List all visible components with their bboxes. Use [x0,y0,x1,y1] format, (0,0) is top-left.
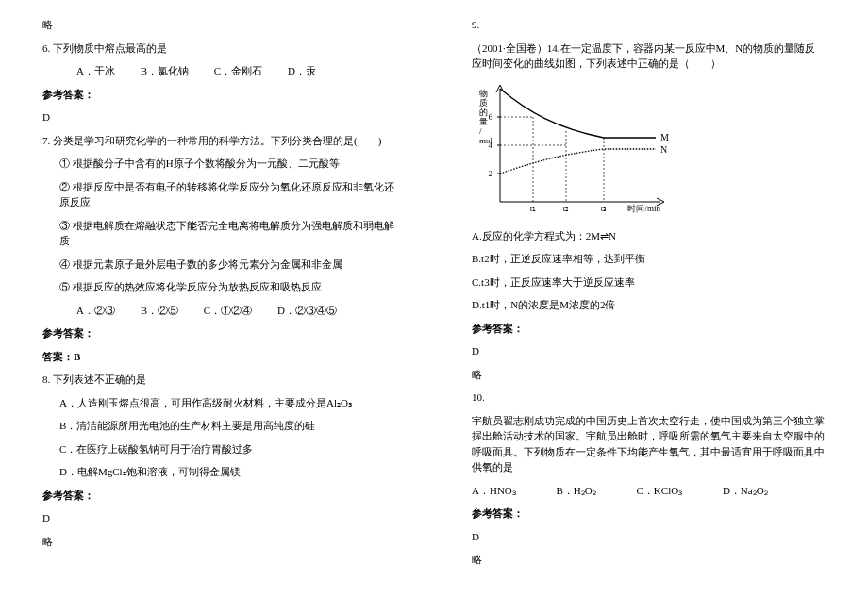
q7-opt-d: D．②③④⑤ [277,303,337,319]
q8-opt-a: A．人造刚玉熔点很高，可用作高级耐火材料，主要成分是Al₂O₃ [42,395,396,411]
ytick-2: 2 [489,169,493,178]
ylab-4: 量 [479,117,488,126]
legend-m: M [660,132,669,142]
q6-opt-a: A．干冰 [76,63,115,79]
q6-opt-d: D．汞 [288,63,316,79]
q8-stem: 8. 下列表述不正确的是 [42,372,396,388]
left-column: 略 6. 下列物质中熔点最高的是 A．干冰 B．氯化钠 C．金刚石 D．汞 参考… [28,9,434,605]
q7-answer: 答案：B [42,349,396,365]
legend-n: N [660,144,667,155]
q10-opt-c: C．KClO₃ [637,483,683,499]
q6-opt-c: C．金刚石 [214,63,262,79]
q8-opt-c: C．在医疗上碳酸氢钠可用于治疗胃酸过多 [42,441,396,457]
q9-number: 9. [472,17,826,33]
xtick-t2: t₂ [563,204,570,213]
ylab-5: / [479,126,482,136]
prev-brief: 略 [42,17,396,33]
q10-answer: D [472,529,826,545]
q9-opt-b: B.t2时，正逆反应速率相等，达到平衡 [472,251,826,267]
q9-chart: 2 4 6 t₁ t₂ t₃ 时间/min 物 质 的 量 / mol M [472,79,679,221]
q8-answer: D [42,510,396,526]
q10-opt-a: A．HNO₃ [472,483,516,499]
q6-stem: 6. 下列物质中熔点最高的是 [42,41,396,57]
q7-item-2: ② 根据反应中是否有电子的转移将化学反应分为氧化还原反应和非氧化还原反应 [42,179,396,210]
q7-opt-a: A．②③ [76,303,115,319]
q8-brief: 略 [42,534,396,550]
q9-opt-c: C.t3时，正反应速率大于逆反应速率 [472,274,826,290]
q7-opt-c: C．①②④ [204,303,252,319]
q9-opt-d: D.t1时，N的浓度是M浓度的2倍 [472,297,826,313]
ylab-3: 的 [479,108,488,117]
q7-item-5: ⑤ 根据反应的热效应将化学反应分为放热反应和吸热反应 [42,279,396,295]
xtick-t1: t₁ [530,204,537,213]
ylab-2: 质 [479,98,488,108]
q7-answer-label: 参考答案： [42,325,396,341]
series-m [500,89,656,138]
right-column: 9. （2001·全国卷）14.在一定温度下，容器内某一反应中M、N的物质的量随… [434,9,840,605]
xlabel: 时间/min [627,204,660,213]
q8-opt-d: D．电解MgCl₂饱和溶液，可制得金属镁 [42,464,396,480]
page: 略 6. 下列物质中熔点最高的是 A．干冰 B．氯化钠 C．金刚石 D．汞 参考… [0,0,868,614]
q7-item-4: ④ 根据元素原子最外层电子数的多少将元素分为金属和非金属 [42,257,396,273]
q6-answer-label: 参考答案： [42,87,396,103]
ytick-6: 6 [489,112,493,122]
q7-options: A．②③ B．②⑤ C．①②④ D．②③④⑤ [42,303,396,319]
q6-options: A．干冰 B．氯化钠 C．金刚石 D．汞 [42,63,396,79]
q7-stem: 7. 分类是学习和研究化学的一种常用的科学方法。下列分类合理的是( ) [42,133,396,149]
ylab-6: mol [479,136,493,145]
q10-options: A．HNO₃ B．H₂O₂ C．KClO₃ D．Na₂O₂ [472,483,826,499]
q8-opt-b: B．清洁能源所用光电池的生产材料主要是用高纯度的硅 [42,418,396,434]
q10-answer-label: 参考答案： [472,506,826,522]
q10-brief: 略 [472,552,826,568]
q9-stem: （2001·全国卷）14.在一定温度下，容器内某一反应中M、N的物质的量随反应时… [472,41,826,72]
q7-opt-b: B．②⑤ [141,303,178,319]
q6-answer: D [42,109,396,125]
q9-brief: 略 [472,367,826,383]
q9-answer: D [472,343,826,359]
q6-opt-b: B．氯化钠 [141,63,189,79]
q10-opt-d: D．Na₂O₂ [723,483,768,499]
series-n [500,149,656,174]
xtick-t3: t₃ [601,204,608,213]
q10-number: 10. [472,390,826,406]
q9-opt-a: A.反应的化学方程式为：2M⇌N [472,228,826,244]
q7-item-3: ③ 根据电解质在熔融状态下能否完全电离将电解质分为强电解质和弱电解质 [42,218,396,249]
q10-opt-b: B．H₂O₂ [557,483,596,499]
q7-item-1: ① 根据酸分子中含有的H原子个数将酸分为一元酸、二元酸等 [42,156,396,172]
ylab-1: 物 [479,89,488,98]
q9-answer-label: 参考答案： [472,321,826,337]
q10-stem: 宇航员翟志刚成功完成的中国历史上首次太空行走，使中国成为第三个独立掌握出舱活动技… [472,413,826,475]
q8-answer-label: 参考答案： [42,488,396,504]
